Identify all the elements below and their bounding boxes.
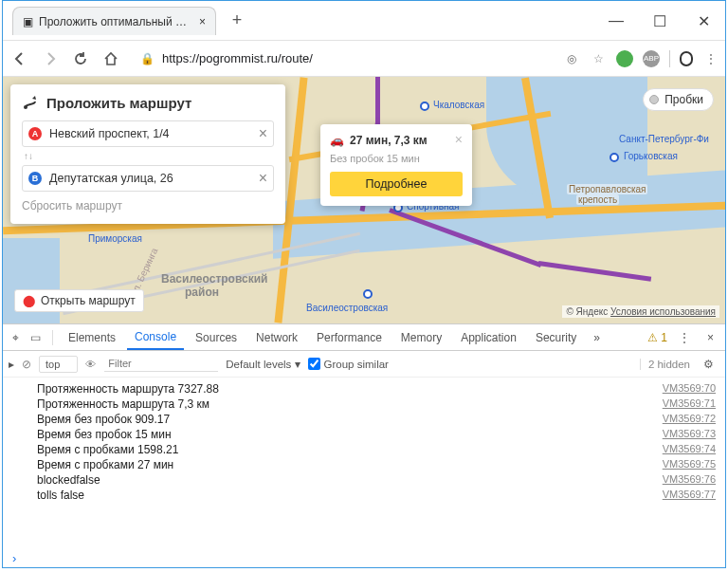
clear-to-button[interactable]: × bbox=[259, 170, 267, 187]
area-vasil-1: Василеостровский bbox=[159, 272, 269, 286]
forward-button[interactable] bbox=[39, 47, 62, 70]
tab-performance[interactable]: Performance bbox=[309, 324, 390, 350]
devtools-menu-icon[interactable]: ⋮ bbox=[671, 331, 698, 344]
open-route-label: Открыть маршрут bbox=[41, 294, 136, 307]
pin-icon: ⬤ bbox=[23, 294, 35, 307]
traffic-toggle[interactable]: Пробки bbox=[643, 88, 714, 111]
tab-memory[interactable]: Memory bbox=[393, 324, 449, 350]
traffic-icon bbox=[649, 95, 659, 104]
target-icon[interactable]: ◎ bbox=[563, 50, 580, 67]
swap-points-button[interactable]: ↑↓ bbox=[24, 151, 274, 161]
metro-gorkovskaya: Горьковская bbox=[624, 151, 678, 161]
car-icon: 🚗 bbox=[330, 134, 344, 147]
map-canvas[interactable]: Чкаловская Горьковская Спортивная Василе… bbox=[3, 77, 725, 323]
inspect-icon[interactable]: ⌖ bbox=[9, 331, 23, 344]
log-row: Время без пробок 15 минVM3569:73 bbox=[3, 427, 725, 442]
log-message: blockedfalse bbox=[37, 473, 653, 487]
ext-abp-icon[interactable]: ABP bbox=[643, 50, 660, 67]
close-balloon-button[interactable]: × bbox=[455, 132, 463, 147]
log-message: Время с пробками 1598.21 bbox=[37, 443, 653, 456]
eye-icon[interactable]: 👁 bbox=[85, 359, 97, 370]
maximize-button[interactable]: ☐ bbox=[638, 7, 682, 35]
warnings-badge[interactable]: ⚠1 bbox=[647, 331, 667, 344]
route-from-value: Невский проспект, 1/4 bbox=[49, 127, 170, 140]
console-log[interactable]: Протяженность маршрута 7327.88VM3569:70П… bbox=[3, 378, 725, 549]
console-sidebar-icon[interactable]: ▸ bbox=[9, 358, 14, 371]
url-field[interactable]: 🔒 https://pogrommist.ru/route/ bbox=[130, 48, 555, 68]
address-bar: 🔒 https://pogrommist.ru/route/ ◎ ☆ ABP ⋮ bbox=[3, 41, 725, 77]
levels-select[interactable]: Default levels ▾ bbox=[226, 358, 300, 371]
log-row: Время с пробками 1598.21VM3569:74 bbox=[3, 442, 725, 457]
log-source-link[interactable]: VM3569:72 bbox=[653, 413, 716, 426]
group-similar-toggle[interactable]: Group similar bbox=[308, 358, 389, 370]
route-panel: Проложить маршрут A Невский проспект, 1/… bbox=[10, 84, 285, 224]
balloon-more-button[interactable]: Подробнее bbox=[330, 172, 463, 196]
log-source-link[interactable]: VM3569:74 bbox=[653, 443, 716, 456]
console-prompt[interactable]: › bbox=[3, 549, 725, 567]
hidden-count[interactable]: 2 hidden bbox=[640, 359, 690, 370]
profile-icon[interactable] bbox=[680, 51, 693, 66]
label-spb: Санкт-Петербург-Фи bbox=[619, 134, 709, 144]
log-source-link[interactable]: VM3569:75 bbox=[653, 458, 716, 471]
tabs-overflow-icon[interactable]: » bbox=[588, 331, 606, 344]
tab-network[interactable]: Network bbox=[248, 324, 305, 350]
star-icon[interactable]: ☆ bbox=[590, 50, 607, 67]
clear-from-button[interactable]: × bbox=[259, 125, 267, 142]
clear-console-icon[interactable]: ⊘ bbox=[22, 358, 31, 371]
balloon-nojam: Без пробок 15 мин bbox=[330, 153, 463, 164]
poi-petropavl-2: крепость bbox=[576, 194, 619, 205]
route-from-input[interactable]: A Невский проспект, 1/4 × bbox=[22, 120, 274, 147]
log-source-link[interactable]: VM3569:71 bbox=[653, 397, 716, 411]
tab-elements[interactable]: Elements bbox=[61, 324, 123, 350]
balloon-summary: 27 мин, 7,3 км bbox=[350, 134, 428, 147]
tab-title: Проложить оптимальный марш… bbox=[33, 15, 199, 28]
log-row: Время с пробками 27 минVM3569:75 bbox=[3, 457, 725, 472]
route-to-input[interactable]: B Депутатская улица, 26 × bbox=[22, 165, 274, 192]
browser-window: ▣ Проложить оптимальный марш… × + — ☐ ✕ … bbox=[2, 0, 726, 568]
log-row: tolls falseVM3569:77 bbox=[3, 488, 725, 503]
tab-sources[interactable]: Sources bbox=[188, 324, 245, 350]
open-route-button[interactable]: ⬤ Открыть маршрут bbox=[14, 289, 144, 312]
svg-point-0 bbox=[24, 105, 27, 109]
context-select[interactable]: top bbox=[39, 356, 78, 373]
reload-button[interactable] bbox=[69, 47, 92, 70]
log-row: blockedfalseVM3569:76 bbox=[3, 472, 725, 488]
route-to-value: Депутатская улица, 26 bbox=[49, 172, 173, 185]
log-source-link[interactable]: VM3569:76 bbox=[653, 473, 716, 487]
log-row: Протяженность маршрута 7327.88VM3569:70 bbox=[3, 381, 725, 397]
reset-route-link[interactable]: Сбросить маршрут bbox=[22, 199, 274, 212]
browser-tab[interactable]: ▣ Проложить оптимальный марш… × bbox=[12, 7, 216, 35]
metro-vasileostrovskaya: Василеостровская bbox=[306, 303, 388, 313]
new-tab-button[interactable]: + bbox=[224, 7, 250, 33]
traffic-label: Пробки bbox=[664, 93, 703, 106]
area-vasil-2: район bbox=[183, 286, 221, 299]
close-window-button[interactable]: ✕ bbox=[682, 7, 725, 35]
tab-application[interactable]: Application bbox=[453, 324, 524, 350]
route-icon bbox=[22, 94, 39, 111]
settings-gear-icon[interactable]: ⚙ bbox=[698, 358, 719, 371]
log-message: Время с пробками 27 мин bbox=[37, 458, 653, 471]
ext-green-icon[interactable] bbox=[616, 50, 633, 67]
log-message: Протяженность маршрута 7327.88 bbox=[37, 382, 653, 396]
log-message: Время без пробок 909.17 bbox=[37, 413, 653, 426]
minimize-button[interactable]: — bbox=[594, 7, 638, 35]
filter-input[interactable] bbox=[104, 356, 218, 372]
log-message: tolls false bbox=[37, 489, 653, 502]
device-icon[interactable]: ▭ bbox=[27, 331, 45, 344]
log-source-link[interactable]: VM3569:77 bbox=[653, 489, 716, 502]
route-balloon: × 🚗 27 мин, 7,3 км Без пробок 15 мин Под… bbox=[320, 124, 472, 206]
devtools-panel: ⌖ ▭ Elements Console Sources Network Per… bbox=[3, 323, 725, 567]
devtools-close-icon[interactable]: × bbox=[701, 331, 719, 344]
menu-icon[interactable]: ⋮ bbox=[702, 50, 719, 67]
lock-icon: 🔒 bbox=[140, 52, 155, 65]
home-button[interactable] bbox=[100, 47, 122, 70]
log-source-link[interactable]: VM3569:73 bbox=[653, 428, 716, 441]
globe-icon: ▣ bbox=[23, 15, 33, 28]
back-button[interactable] bbox=[9, 47, 31, 70]
close-tab-icon[interactable]: × bbox=[199, 15, 206, 28]
log-source-link[interactable]: VM3569:70 bbox=[653, 382, 716, 396]
tab-console[interactable]: Console bbox=[127, 324, 184, 350]
terms-link[interactable]: Условия использования bbox=[610, 306, 716, 317]
tab-security[interactable]: Security bbox=[528, 324, 584, 350]
browser-actions: ◎ ☆ ABP ⋮ bbox=[563, 50, 719, 67]
